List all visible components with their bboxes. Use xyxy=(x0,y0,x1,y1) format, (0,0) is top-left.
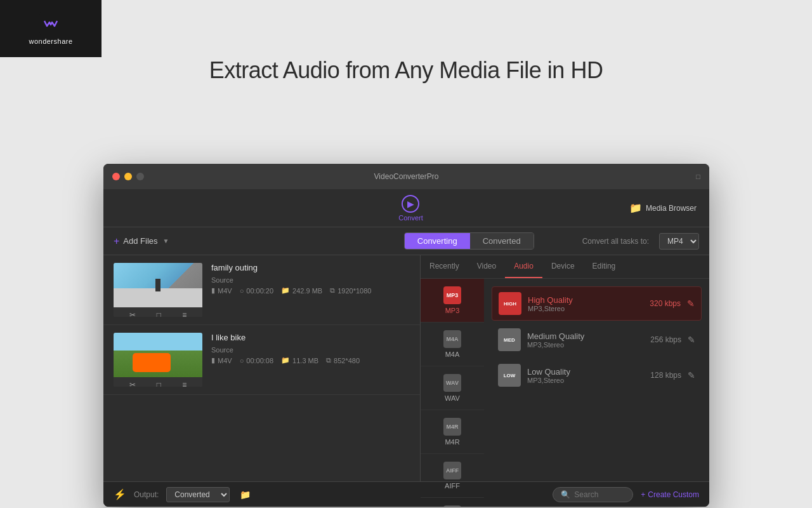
main-content: ✂ □ ≡ family outing Source ▮ M4V ○ xyxy=(103,255,709,481)
file-source-label-2: Source xyxy=(211,346,410,354)
format-wav[interactable]: WAV WAV xyxy=(421,366,484,410)
crop-icon[interactable]: □ xyxy=(157,311,161,317)
high-quality-info: High Quality MP3,Stereo xyxy=(528,295,643,312)
low-quality-info: Low Quality MP3,Stereo xyxy=(527,367,644,384)
thumb-controls-1: ✂ □ ≡ xyxy=(114,307,202,317)
format-ape[interactable]: APE APE xyxy=(421,498,484,507)
app-window: VideoConverterPro □ ▶ Convert 📁 Media Br… xyxy=(103,164,709,507)
output-label: Output: xyxy=(134,490,159,499)
folder-icon: 📁 xyxy=(281,286,290,295)
quality-low[interactable]: LOW Low Quality MP3,Stereo 128 kbps ✎ xyxy=(492,359,702,392)
toolbar: + Add Files ▼ Converting Converted Conve… xyxy=(103,227,709,255)
close-button[interactable] xyxy=(112,173,120,180)
convert-nav-label: Convert xyxy=(398,214,423,222)
file-source-label-1: Source xyxy=(211,276,410,284)
brand-name: wondershare xyxy=(29,37,72,45)
ape-icon: APE xyxy=(443,505,461,507)
cut-icon-2[interactable]: ✂ xyxy=(129,380,136,387)
lightning-icon: ⚡ xyxy=(114,488,126,500)
tab-audio[interactable]: Audio xyxy=(505,255,542,278)
quality-high[interactable]: HIGH High Quality MP3,Stereo 320 kbps ✎ xyxy=(492,286,702,321)
medium-quality-specs: MP3,Stereo xyxy=(527,341,644,349)
file-resolution-1: ⧉ 1920*1080 xyxy=(330,286,371,295)
add-files-label: Add Files xyxy=(123,236,157,246)
settings-icon[interactable]: ≡ xyxy=(182,311,187,317)
search-input[interactable] xyxy=(574,490,625,499)
file-resolution-2: ⧉ 852*480 xyxy=(326,356,360,364)
high-quality-badge: HIGH xyxy=(499,292,521,315)
high-quality-edit-icon[interactable]: ✎ xyxy=(687,298,695,309)
video-preview-1 xyxy=(114,263,202,307)
settings-icon-2[interactable]: ≡ xyxy=(182,380,187,387)
medium-quality-name: Medium Quality xyxy=(527,331,644,341)
tab-editing[interactable]: Editing xyxy=(584,255,625,278)
output-folder-icon[interactable]: 📁 xyxy=(240,490,251,500)
plus-icon: + xyxy=(114,236,119,247)
crop-icon-2[interactable]: □ xyxy=(157,380,161,387)
low-quality-specs: MP3,Stereo xyxy=(527,377,644,384)
file-thumbnail-2: ✂ □ ≡ xyxy=(114,333,202,387)
medium-quality-edit-icon[interactable]: ✎ xyxy=(688,335,695,345)
medium-quality-kbps: 256 kbps xyxy=(650,335,681,344)
file-size-2: 📁 11.3 MB xyxy=(281,356,318,364)
title-bar: VideoConverterPro □ xyxy=(103,164,709,189)
window-note: □ xyxy=(696,173,700,180)
resolution-icon-2: ⧉ xyxy=(326,356,331,364)
logo-area: wondershare xyxy=(0,0,102,57)
format-select[interactable]: MP4 MP3 AVI xyxy=(659,233,699,250)
tab-converted[interactable]: Converted xyxy=(470,233,534,249)
convert-nav[interactable]: ▶ Convert xyxy=(398,195,423,222)
minimize-button[interactable] xyxy=(124,173,132,180)
resolution-icon: ⧉ xyxy=(330,286,335,295)
file-item: ✂ □ ≡ family outing Source ▮ M4V ○ xyxy=(103,255,420,325)
cut-icon[interactable]: ✂ xyxy=(129,311,136,317)
file-name-2: I like bike xyxy=(211,333,410,342)
window-controls xyxy=(112,173,144,180)
thumb-controls-2: ✂ □ ≡ xyxy=(114,377,202,387)
medium-quality-badge: MED xyxy=(498,328,521,351)
low-quality-edit-icon[interactable]: ✎ xyxy=(688,370,695,380)
file-name-1: family outing xyxy=(211,263,410,272)
media-browser-label: Media Browser xyxy=(646,204,697,213)
m4a-icon: M4A xyxy=(443,330,461,348)
high-quality-name: High Quality xyxy=(528,295,643,305)
low-quality-badge: LOW xyxy=(498,364,521,387)
tab-video[interactable]: Video xyxy=(468,255,505,278)
create-custom-button[interactable]: + Create Custom xyxy=(641,490,699,499)
file-format-1: ▮ M4V xyxy=(211,286,232,295)
page-headline: Extract Audio from Any Media File in HD xyxy=(209,57,603,84)
media-browser-button[interactable]: 📁 Media Browser xyxy=(629,202,697,214)
format-top-section: Recently Video Audio Device Editing MP3 … xyxy=(421,255,709,481)
format-aiff[interactable]: AIFF AIFF xyxy=(421,454,484,498)
m4r-label: M4R xyxy=(445,438,459,446)
medium-quality-info: Medium Quality MP3,Stereo xyxy=(527,331,644,349)
high-quality-kbps: 320 kbps xyxy=(650,299,681,308)
file-duration-2: ○ 00:00:08 xyxy=(240,357,273,364)
output-select[interactable]: Converted Custom xyxy=(166,487,230,502)
video-preview-2 xyxy=(114,333,202,377)
m4a-label: M4A xyxy=(445,351,460,358)
search-icon: 🔍 xyxy=(561,490,570,499)
format-mp3[interactable]: MP3 MP3 xyxy=(421,279,484,323)
format-tabs-row: Recently Video Audio Device Editing xyxy=(421,255,709,279)
quality-medium[interactable]: MED Medium Quality MP3,Stereo 256 kbps ✎ xyxy=(492,323,702,356)
low-quality-name: Low Quality xyxy=(527,367,644,377)
search-bar[interactable]: 🔍 xyxy=(553,487,633,502)
file-info-2: I like bike Source ▮ M4V ○ 00:00:08 📁 xyxy=(211,333,410,387)
format-m4a[interactable]: M4A M4A xyxy=(421,323,484,366)
add-files-button[interactable]: + Add Files ▼ xyxy=(114,236,169,247)
media-browser-icon: 📁 xyxy=(629,202,642,214)
quality-panel: HIGH High Quality MP3,Stereo 320 kbps ✎ … xyxy=(484,279,709,507)
tab-device[interactable]: Device xyxy=(542,255,584,278)
wav-icon: WAV xyxy=(443,374,461,392)
high-quality-specs: MP3,Stereo xyxy=(528,305,643,312)
file-list: ✂ □ ≡ family outing Source ▮ M4V ○ xyxy=(103,255,421,481)
tab-converting[interactable]: Converting xyxy=(405,233,470,249)
wondershare-logo xyxy=(39,12,62,35)
low-quality-kbps: 128 kbps xyxy=(650,371,681,380)
format-panel: Recently Video Audio Device Editing MP3 … xyxy=(421,255,709,481)
file-meta-1: ▮ M4V ○ 00:00:20 📁 242.9 MB ⧉ xyxy=(211,286,410,295)
tab-recently[interactable]: Recently xyxy=(421,255,468,278)
zoom-button[interactable] xyxy=(136,173,144,180)
format-m4r[interactable]: M4R M4R xyxy=(421,410,484,454)
